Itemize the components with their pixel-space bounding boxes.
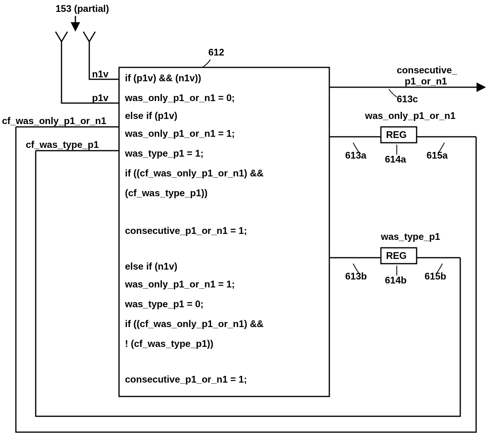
reg1-label: REG (386, 129, 407, 140)
label-was-only: was_only_p1_or_n1 (365, 110, 455, 121)
top-ref-label: 153 (partial) (56, 3, 109, 14)
input-y-right2 (89, 32, 95, 42)
svg-text:was_type_p1 = 0;: was_type_p1 = 0; (125, 299, 204, 309)
svg-text:consecutive_p1_or_n1 = 1;: consecutive_p1_or_n1 = 1; (125, 374, 247, 385)
label-cf-was-only: cf_was_only_p1_or_n1 (2, 115, 106, 126)
svg-text:was_only_p1_or_n1 = 1;: was_only_p1_or_n1 = 1; (125, 128, 235, 139)
svg-text:else if (p1v): else if (p1v) (125, 110, 177, 121)
label-consecutive-2: p1_or_n1 (405, 76, 447, 86)
label-was-type: was_type_p1 (381, 231, 440, 242)
input-y-left (56, 32, 62, 42)
block-ref: 612 (208, 47, 224, 57)
svg-text:if (p1v) && (n1v)): if (p1v) && (n1v)) (125, 73, 201, 83)
label-cf-was-type: cf_was_type_p1 (26, 139, 99, 150)
label-consecutive-1: consecutive_ (397, 65, 457, 75)
ref-614a: 614a (385, 154, 406, 165)
svg-text:else if (n1v): else if (n1v) (125, 261, 177, 272)
ref-consecutive: 613c (397, 94, 418, 104)
ref-615a: 615a (427, 150, 448, 161)
svg-text:was_only_p1_or_n1 = 0;: was_only_p1_or_n1 = 0; (125, 92, 235, 103)
ref-614b: 614b (385, 275, 407, 285)
svg-text:if ((cf_was_only_p1_or_n1) &&: if ((cf_was_only_p1_or_n1) && (125, 168, 263, 178)
svg-text:if ((cf_was_only_p1_or_n1) &&: if ((cf_was_only_p1_or_n1) && (125, 318, 263, 329)
wire-p1v (62, 42, 119, 103)
ref-613c-leader (389, 89, 397, 97)
ref-613a: 613a (345, 150, 367, 161)
ref-613b: 613b (345, 271, 367, 281)
label-p1v: p1v (92, 92, 109, 103)
ref-615b: 615b (425, 271, 446, 281)
diagram-canvas: 153 (partial) n1v p1v cf_was_only_p1_or_… (0, 0, 492, 448)
reg2-label: REG (386, 250, 407, 261)
svg-text:(cf_was_type_p1)): (cf_was_type_p1)) (125, 188, 208, 198)
svg-text:was_only_p1_or_n1 = 1;: was_only_p1_or_n1 = 1; (125, 279, 235, 289)
block-ref-leader (202, 59, 210, 67)
svg-text:consecutive_p1_or_n1 = 1;: consecutive_p1_or_n1 = 1; (125, 225, 247, 236)
label-n1v: n1v (92, 69, 109, 79)
svg-text:was_type_p1 = 1;: was_type_p1 = 1; (125, 148, 204, 159)
input-y-left2 (62, 32, 67, 42)
input-y-right (83, 32, 89, 42)
svg-text:! (cf_was_type_p1)): ! (cf_was_type_p1)) (125, 338, 213, 349)
